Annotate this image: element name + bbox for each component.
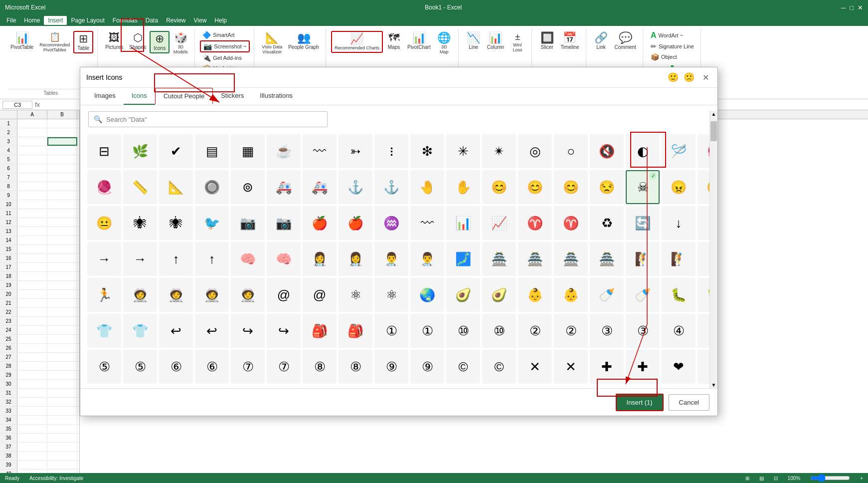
cell[interactable] xyxy=(47,128,77,137)
cell[interactable] xyxy=(17,380,47,388)
cell[interactable] xyxy=(17,317,47,325)
icon-cell[interactable]: 😊 xyxy=(518,170,552,204)
people-graph-button[interactable]: 👥 People Graph xyxy=(286,31,322,51)
icon-cell[interactable]: ✚ xyxy=(626,350,660,384)
icon-cell[interactable]: ⑥ xyxy=(195,350,229,384)
icon-cell[interactable]: ② xyxy=(518,314,552,348)
icon-cell[interactable]: 📷 xyxy=(231,206,265,240)
cell[interactable] xyxy=(47,281,77,289)
cell[interactable] xyxy=(17,155,47,164)
cancel-button[interactable]: Cancel xyxy=(669,394,709,411)
icon-cell[interactable]: ③ xyxy=(590,314,624,348)
slicer-button[interactable]: 🔲 Slicer xyxy=(537,31,557,51)
icon-cell[interactable]: ◐ xyxy=(626,134,660,168)
cell[interactable] xyxy=(47,191,77,200)
icon-cell[interactable]: ⊚ xyxy=(231,170,265,204)
cell[interactable] xyxy=(17,281,47,289)
icon-cell[interactable]: ① xyxy=(374,314,408,348)
cell[interactable] xyxy=(17,254,47,262)
icon-cell[interactable]: ⑨ xyxy=(410,350,444,384)
line-button[interactable]: 📉 Line xyxy=(464,31,484,51)
cell[interactable] xyxy=(17,209,47,218)
icon-cell[interactable]: ⑧ xyxy=(303,350,337,384)
icon-cell[interactable]: ✔ xyxy=(159,134,193,168)
menu-file[interactable]: File xyxy=(2,16,20,25)
menu-view[interactable]: View xyxy=(190,16,211,25)
tab-stickers[interactable]: Stickers xyxy=(213,88,252,105)
cell[interactable] xyxy=(47,317,77,325)
icon-cell[interactable]: 〰 xyxy=(303,134,337,168)
icon-cell[interactable]: ○ xyxy=(554,134,588,168)
icon-cell[interactable]: ❤ xyxy=(662,350,695,384)
cell[interactable] xyxy=(47,173,77,182)
icon-cell[interactable]: 🍼 xyxy=(626,278,660,312)
zoom-slider[interactable] xyxy=(810,476,850,481)
icon-cell[interactable]: ⑤ xyxy=(87,350,121,384)
icon-cell[interactable]: ✕ xyxy=(518,350,552,384)
icon-cell[interactable]: → xyxy=(123,242,157,276)
3d-models-button[interactable]: 🎲 3DModels xyxy=(171,31,190,56)
icon-cell[interactable]: ↑ xyxy=(195,242,229,276)
icon-cell[interactable]: 🍎 xyxy=(303,206,337,240)
minimize-icon[interactable]: ─ xyxy=(841,4,846,11)
cell[interactable] xyxy=(47,245,77,253)
get-addins-button[interactable]: 🔌Get Add-ins xyxy=(200,53,250,63)
icon-cell[interactable]: ➳ xyxy=(339,134,372,168)
icon-cell[interactable]: ⑧ xyxy=(339,350,372,384)
icon-cell[interactable]: 🏃 xyxy=(87,278,121,312)
insert-button[interactable]: Insert (1) xyxy=(616,394,664,411)
icons-button[interactable]: ⊕ Icons xyxy=(150,31,170,53)
icon-cell[interactable]: ✴ xyxy=(482,134,516,168)
icon-cell[interactable]: ↩ xyxy=(195,314,229,348)
icon-cell[interactable]: 👶 xyxy=(518,278,552,312)
view-layout-icon[interactable]: ▤ xyxy=(759,476,764,481)
table-button[interactable]: ⊞ Table xyxy=(73,31,93,53)
cell[interactable] xyxy=(17,119,47,128)
cell[interactable] xyxy=(47,326,77,334)
shapes-button[interactable]: ⬡ Shapes xyxy=(127,31,149,51)
cell[interactable] xyxy=(17,227,47,236)
icon-cell[interactable]: ✕ xyxy=(554,350,588,384)
tab-images[interactable]: Images xyxy=(86,88,124,105)
cell[interactable] xyxy=(47,227,77,236)
cell[interactable] xyxy=(47,362,77,370)
icon-cell[interactable]: 📊 xyxy=(446,206,480,240)
icon-cell[interactable]: ⑨ xyxy=(374,350,408,384)
icon-cell[interactable]: 😒 xyxy=(590,170,624,204)
cell[interactable] xyxy=(47,155,77,164)
tab-illustrations[interactable]: Illustrations xyxy=(252,88,301,105)
icon-cell[interactable]: ❇ xyxy=(410,134,444,168)
icon-cell[interactable]: 🔘 xyxy=(195,170,229,204)
icon-cell[interactable]: ↪ xyxy=(267,314,301,348)
icon-cell[interactable]: 🧑‍🚀 xyxy=(195,278,229,312)
icon-cell[interactable]: 🐦 xyxy=(195,206,229,240)
close-icon[interactable]: ✕ xyxy=(858,4,863,11)
icon-cell[interactable]: ▤ xyxy=(195,134,229,168)
tab-cutout-people[interactable]: Cutout People xyxy=(155,88,213,105)
cell[interactable] xyxy=(47,200,77,209)
icon-cell[interactable]: 🌏 xyxy=(410,278,444,312)
cell[interactable] xyxy=(47,344,77,352)
visio-data-button[interactable]: 📐 Visio DataVisualizer xyxy=(259,31,285,56)
icon-cell[interactable]: ☠ xyxy=(626,170,660,204)
icon-cell[interactable]: ▦ xyxy=(231,134,265,168)
icon-cell[interactable]: @ xyxy=(267,278,301,312)
icon-cell[interactable]: 🏯 xyxy=(554,242,588,276)
cell[interactable] xyxy=(47,335,77,343)
pictures-button[interactable]: 🖼 Pictures xyxy=(103,31,126,51)
icon-cell[interactable]: 🧑‍🚀 xyxy=(123,278,157,312)
cell[interactable] xyxy=(17,398,47,406)
icon-cell[interactable]: 🏯 xyxy=(482,242,516,276)
cell[interactable] xyxy=(17,200,47,209)
icon-cell[interactable]: ♒ xyxy=(374,206,408,240)
icon-cell[interactable]: ⚓ xyxy=(339,170,372,204)
timeline-button[interactable]: 📅 Timeline xyxy=(558,31,581,51)
icon-cell[interactable]: 😠 xyxy=(662,170,695,204)
cell[interactable] xyxy=(47,353,77,361)
cell[interactable] xyxy=(17,263,47,271)
icon-cell[interactable]: 🌿 xyxy=(123,134,157,168)
menu-home[interactable]: Home xyxy=(20,16,44,25)
cell[interactable] xyxy=(17,128,47,137)
tab-icons[interactable]: Icons xyxy=(124,88,155,105)
cell[interactable] xyxy=(47,164,77,173)
